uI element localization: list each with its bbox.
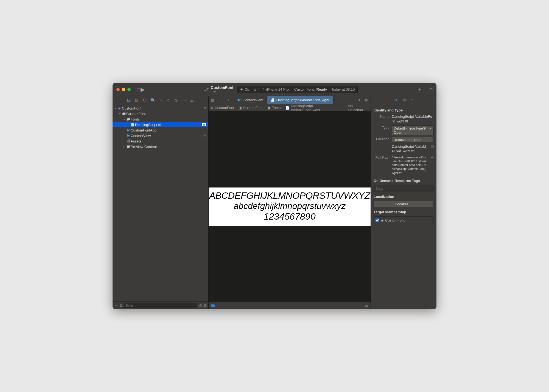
project-title: CustomFont <box>211 86 233 90</box>
project-navigator-icon[interactable]: ▤ <box>127 98 131 102</box>
crumb-fonts[interactable]: ▣Fonts <box>267 106 281 110</box>
toggle-inspector-button[interactable]: ◫ <box>425 87 436 91</box>
file-inspector-icon[interactable]: 🗎 <box>394 98 398 102</box>
add-button[interactable]: ＋ <box>414 86 425 93</box>
file-icon: 📄 <box>271 98 274 102</box>
chevron-right-icon: 〉 <box>257 87 261 92</box>
history-inspector-icon[interactable]: ◷ <box>403 98 406 102</box>
filter-scope-icon[interactable]: ⊚ <box>119 303 122 307</box>
zoom-window-button[interactable] <box>127 88 131 91</box>
navigator-footer: ＋ ⊚ ◷ ⊞ <box>113 301 208 309</box>
folder-icon <box>121 112 126 116</box>
forward-button[interactable]: 〉 <box>225 96 233 104</box>
crumb-selection[interactable]: No Selection <box>348 104 368 112</box>
status-time: Today at 08.10 <box>331 87 355 91</box>
choose-folder-icon[interactable]: ▤ <box>431 144 434 148</box>
target-item[interactable]: ◈ CustomFont <box>376 218 432 222</box>
type-select[interactable]: Default - TrueType® Open… <box>392 125 434 135</box>
help-inspector-icon[interactable]: ? <box>411 98 413 102</box>
toggle-navigator-button[interactable]: ◫ <box>137 87 141 91</box>
swift-icon <box>126 128 131 132</box>
app-icon: ◈ <box>381 218 383 222</box>
target-name: CustomFont <box>385 218 405 222</box>
inspector-selector: 🗎 ◷ ? <box>371 96 436 104</box>
tree-font-file[interactable]: DancingScript.ttf A <box>113 122 208 127</box>
crumb-group[interactable]: ▣CustomFont <box>239 106 263 110</box>
close-window-button[interactable] <box>116 88 120 91</box>
breakpoint-toggle[interactable] <box>211 304 215 307</box>
debug-navigator-icon[interactable]: ⊚ <box>175 98 178 102</box>
tags-input[interactable]: Tags <box>374 185 434 192</box>
folder-icon <box>126 117 131 121</box>
preview-digits: 1234567890 <box>209 211 371 222</box>
app-icon <box>117 106 122 110</box>
folder-icon: ▣ <box>239 106 242 110</box>
location-select[interactable]: Relative to Group <box>392 137 434 143</box>
scm-filter-icon[interactable]: ⊞ <box>204 303 207 307</box>
chevron-down-icon[interactable]: ▾ <box>114 107 117 110</box>
issue-navigator-icon[interactable]: △ <box>160 98 163 102</box>
filter-input[interactable] <box>124 303 197 308</box>
tree-assets[interactable]: Assets <box>113 138 208 144</box>
navigator-pane: ▤ ☒ ⌬ 🔍 △ ◇ ⊚ ▭ ☰ ▾ CustomFont M ▾ <box>113 96 209 309</box>
section-target: Target Membership <box>374 210 434 214</box>
tab-bar: ▦ 〈 〉 🐦 ContentView 📄 DancingScript-Vari… <box>209 96 371 104</box>
fullpath-label: Full Path <box>374 155 390 159</box>
inspector-pane: 🗎 ◷ ? Identity and Type Name DancingScri… <box>371 96 436 309</box>
chevron-right-icon[interactable]: ▸ <box>122 145 126 148</box>
adjust-editor-button[interactable]: ⊞ <box>362 96 371 104</box>
test-navigator-icon[interactable]: ◇ <box>167 98 170 102</box>
reveal-arrow-icon[interactable]: ➜ <box>431 155 434 159</box>
related-items-button[interactable]: ▦ <box>209 96 217 104</box>
crumb-file[interactable]: 📄DancingScript-VariableFont_wght <box>285 104 343 112</box>
breakpoint-navigator-icon[interactable]: ▭ <box>182 98 186 102</box>
chevron-down-icon[interactable]: ▾ <box>118 112 121 115</box>
tree-fonts-folder[interactable]: ▾ Fonts <box>113 116 208 122</box>
location-label: Location <box>374 137 390 141</box>
scheme-app-icon: ◈ <box>240 87 243 91</box>
tab-contentview[interactable]: 🐦 ContentView <box>233 96 267 104</box>
minimize-window-button[interactable] <box>122 88 125 91</box>
assets-icon <box>126 139 131 143</box>
inspector-body: Identity and Type Name DancingScript-Var… <box>371 104 436 309</box>
tree-preview-content[interactable]: ▸ Preview Content <box>113 144 208 149</box>
crumb-project[interactable]: ◈CustomFont <box>211 106 234 110</box>
find-navigator-icon[interactable]: 🔍 <box>151 98 155 102</box>
tree-contentview[interactable]: ContentView M <box>113 133 208 138</box>
main-split: ▤ ☒ ⌬ 🔍 △ ◇ ⊚ ▭ ☰ ▾ CustomFont M ▾ <box>113 96 436 309</box>
symbol-navigator-icon[interactable]: ⌬ <box>143 98 146 102</box>
branch-icon: ⎇ <box>204 87 209 92</box>
target-checkbox[interactable] <box>376 219 379 222</box>
traffic-lights <box>113 88 135 91</box>
swift-icon: 🐦 <box>237 98 241 102</box>
name-value[interactable]: DancingScript-VariableFont_wght.ttf <box>392 114 434 124</box>
fullpath-value: /Users/d.prameswara/Documents/SwiftUI2/C… <box>392 155 428 175</box>
refresh-icon[interactable]: ⟲ <box>354 96 362 104</box>
tree-app-file[interactable]: CustomFontApp <box>113 127 208 133</box>
titlebar: ◫ ▶ ⎇ CustomFont main ◈ Cu…nt 〉 ▯ iPhone… <box>113 83 436 96</box>
status-state: Ready <box>316 87 327 91</box>
source-control-navigator-icon[interactable]: ☒ <box>135 98 139 102</box>
toggle-debug-area-icon[interactable]: ▭ <box>365 304 368 308</box>
back-button[interactable]: 〈 <box>217 96 225 104</box>
recent-filter-icon[interactable]: ◷ <box>199 303 202 307</box>
project-tree: ▾ CustomFont M ▾ CustomFont ▾ Fonts <box>113 104 208 301</box>
name-label: Name <box>374 114 390 119</box>
target-membership-box: ◈ CustomFont <box>374 216 434 224</box>
chevron-down-icon[interactable]: ▾ <box>122 118 126 121</box>
tree-group[interactable]: ▾ CustomFont <box>113 111 208 116</box>
tree-root[interactable]: ▾ CustomFont M <box>113 105 208 111</box>
xcode-window: ◫ ▶ ⎇ CustomFont main ◈ Cu…nt 〉 ▯ iPhone… <box>113 83 436 309</box>
run-button[interactable]: ▶ <box>141 86 145 93</box>
scheme-selector[interactable]: ⎇ CustomFont main <box>204 86 233 93</box>
editor-area: ▦ 〈 〉 🐦 ContentView 📄 DancingScript-Vari… <box>209 96 371 309</box>
localize-button[interactable]: Localize… <box>374 201 434 207</box>
device-label: iPhone 14 Pro <box>266 87 289 91</box>
add-file-button[interactable]: ＋ <box>114 303 118 308</box>
tab-font-file[interactable]: 📄 DancingScript-VariableFont_wght <box>267 96 333 104</box>
location-path: DancingScript-VariableFont_wght.ttf <box>392 144 427 154</box>
report-navigator-icon[interactable]: ☰ <box>190 98 194 102</box>
activity-viewer[interactable]: ◈ Cu…nt 〉 ▯ iPhone 14 Pro CustomFont: Re… <box>237 86 358 93</box>
toolbar-center: ⎇ CustomFont main ◈ Cu…nt 〉 ▯ iPhone 14 … <box>147 86 414 93</box>
navigator-selector: ▤ ☒ ⌬ 🔍 △ ◇ ⊚ ▭ ☰ <box>113 96 208 104</box>
